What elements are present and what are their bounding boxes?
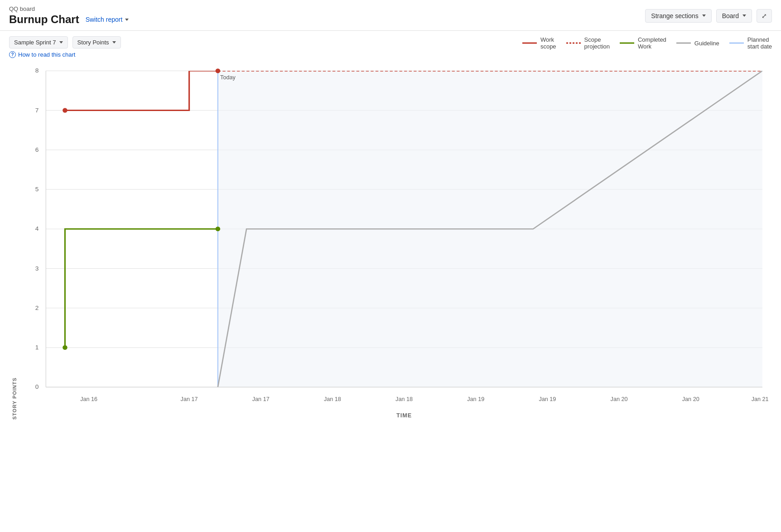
- svg-text:1: 1: [35, 344, 39, 351]
- board-name: QQ board: [9, 5, 129, 12]
- chart-title-text: Burnup Chart: [9, 13, 79, 26]
- svg-text:8: 8: [35, 68, 39, 74]
- switch-report-chevron-icon: [125, 19, 129, 21]
- chart-title-row: Burnup Chart Switch report: [9, 13, 129, 26]
- page-header: QQ board Burnup Chart Switch report Stra…: [0, 0, 781, 31]
- expand-icon: ⤢: [762, 12, 767, 19]
- header-right: Strange sections Board ⤢: [645, 9, 772, 23]
- legend-item-work-scope: Workscope: [522, 36, 556, 50]
- svg-text:2: 2: [35, 305, 39, 311]
- legend: Workscope Scopeprojection CompletedWork …: [522, 36, 772, 50]
- legend-item-planned-start: Plannedstart date: [729, 36, 772, 50]
- board-chevron-icon: [742, 15, 746, 17]
- toolbar: Sample Sprint 7 Story Points ? How to re…: [0, 31, 781, 62]
- sprint-chevron-icon: [59, 41, 63, 44]
- strange-sections-button[interactable]: Strange sections: [645, 9, 711, 23]
- chart-wrap: STORY POINTS: [9, 66, 772, 420]
- board-button[interactable]: Board: [716, 9, 752, 23]
- toolbar-filters: Sample Sprint 7 Story Points: [9, 36, 121, 48]
- svg-text:Jan 21: Jan 21: [752, 396, 769, 402]
- svg-text:5: 5: [35, 186, 39, 193]
- svg-point-31: [63, 345, 67, 350]
- svg-text:Jan 16: Jan 16: [80, 396, 97, 402]
- svg-text:Jan 18: Jan 18: [395, 396, 413, 402]
- header-left: QQ board Burnup Chart Switch report: [9, 5, 129, 26]
- metric-chevron-icon: [112, 41, 116, 44]
- work-scope-legend-icon: [522, 40, 537, 46]
- strange-sections-chevron-icon: [702, 15, 706, 17]
- svg-text:Today: Today: [220, 74, 236, 81]
- guideline-legend-icon: [676, 40, 691, 46]
- switch-report-button[interactable]: Switch report: [86, 16, 129, 23]
- svg-text:4: 4: [35, 225, 39, 232]
- svg-text:Jan 20: Jan 20: [611, 396, 628, 402]
- svg-text:0: 0: [35, 383, 39, 390]
- svg-point-28: [63, 108, 67, 112]
- svg-text:6: 6: [35, 146, 39, 153]
- y-axis-label: STORY POINTS: [9, 66, 17, 420]
- svg-text:TIME: TIME: [396, 412, 412, 419]
- legend-item-scope-projection: Scopeprojection: [566, 36, 610, 50]
- how-to-read-link[interactable]: ? How to read this chart: [9, 51, 121, 58]
- svg-text:Jan 18: Jan 18: [324, 396, 341, 402]
- expand-button[interactable]: ⤢: [757, 9, 772, 23]
- toolbar-left: Sample Sprint 7 Story Points ? How to re…: [9, 36, 121, 58]
- sprint-filter-button[interactable]: Sample Sprint 7: [9, 36, 68, 48]
- chart-container: STORY POINTS: [0, 62, 781, 429]
- svg-text:3: 3: [35, 265, 39, 272]
- burnup-chart: 0 1 2 3 4 5 6 7 8 Today: [17, 66, 772, 420]
- completed-work-legend-icon: [620, 40, 634, 46]
- legend-item-completed-work: CompletedWork: [620, 36, 666, 50]
- question-icon: ?: [9, 51, 16, 58]
- svg-text:7: 7: [35, 107, 39, 114]
- svg-text:Jan 19: Jan 19: [539, 396, 556, 402]
- legend-item-guideline: Guideline: [676, 40, 719, 47]
- metric-filter-button[interactable]: Story Points: [72, 36, 121, 48]
- svg-point-29: [216, 68, 221, 73]
- svg-text:Jan 17: Jan 17: [252, 396, 270, 402]
- chart-inner: 0 1 2 3 4 5 6 7 8 Today: [17, 66, 772, 420]
- scope-projection-legend-icon: [566, 40, 581, 46]
- svg-text:Jan 17: Jan 17: [181, 396, 198, 402]
- svg-point-32: [216, 227, 221, 231]
- svg-text:Jan 19: Jan 19: [467, 396, 484, 402]
- planned-start-legend-icon: [729, 40, 744, 46]
- svg-text:Jan 20: Jan 20: [682, 396, 699, 402]
